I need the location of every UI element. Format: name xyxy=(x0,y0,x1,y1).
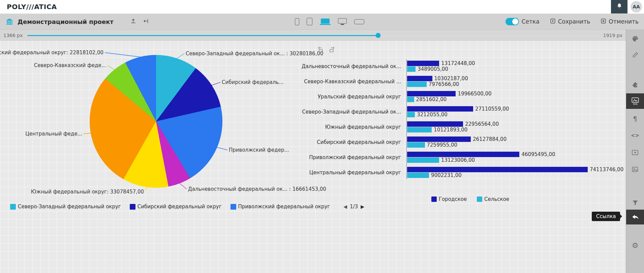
redo-widget-icon[interactable] xyxy=(329,46,335,53)
widescreen-icon xyxy=(354,19,364,24)
avatar[interactable]: AA xyxy=(631,1,642,12)
bar-widget-controls xyxy=(317,46,335,53)
bar-category-label: Уральский федеральный округ xyxy=(293,94,404,100)
bar-category-label: Северо-Кавказский федеральный ... xyxy=(293,79,404,85)
upload-icon xyxy=(130,18,136,25)
paragraph-icon[interactable]: ¶ xyxy=(626,113,644,124)
monitor-icon xyxy=(338,18,347,25)
undo-widget-icon[interactable] xyxy=(317,46,324,53)
bar-segment[interactable] xyxy=(407,106,473,112)
svg-text:SVG: SVG xyxy=(633,103,638,105)
phone-icon xyxy=(295,18,299,25)
grid-toggle[interactable] xyxy=(505,18,519,25)
bar-segment[interactable] xyxy=(407,173,429,178)
image-icon[interactable] xyxy=(626,163,644,175)
ruler-icon[interactable] xyxy=(626,49,644,61)
bar-segment[interactable] xyxy=(407,142,425,148)
cancel-button-label: Отменить xyxy=(609,18,639,25)
bar-row: Центральный федеральный округ74113746,00… xyxy=(293,165,609,180)
bar-pair: 13172448,003489005,00 xyxy=(404,60,606,72)
pie-legend-item[interactable]: Сибирский федеральный округ xyxy=(130,204,222,210)
topbar-right: AA xyxy=(611,0,644,13)
link-tooltip: Ссылка xyxy=(592,212,620,221)
bar-segment[interactable] xyxy=(407,66,416,72)
code-icon[interactable]: <> xyxy=(626,130,644,141)
project-title: Демонстрационный проект xyxy=(18,18,114,25)
bar-legend: Городское Сельское xyxy=(431,196,509,202)
bar-category-label: Приволжский федеральный округ xyxy=(293,154,404,160)
width-slider-row: 1366 px 1919 px xyxy=(0,29,626,41)
pie-legend-item[interactable]: Приволжский федеральный округ xyxy=(231,204,330,210)
bar-segment[interactable] xyxy=(407,136,471,142)
dashboard-canvas[interactable]: Северо-Западный федеральный ок... : 3028… xyxy=(0,41,626,273)
bar-chart[interactable]: Дальневосточный федеральный ок...1317244… xyxy=(293,59,609,180)
device-preview-switcher xyxy=(295,17,364,27)
bar-segment[interactable] xyxy=(407,76,432,81)
bar-value-label: 13123006,00 xyxy=(441,157,475,163)
bar-segment[interactable] xyxy=(407,121,463,127)
legend-label: Сибирский федеральный округ xyxy=(137,204,222,210)
bar-category-label: Южный федеральный округ xyxy=(293,124,404,130)
collapse-left-button[interactable] xyxy=(141,17,151,27)
device-desktop-button[interactable] xyxy=(338,17,347,27)
bar-segment[interactable] xyxy=(407,112,415,117)
cancel-button[interactable]: Отменить xyxy=(600,18,639,26)
legend-swatch xyxy=(130,204,135,210)
bar-legend-item-rural[interactable]: Сельское xyxy=(477,196,509,202)
bar-pair: 46095495,0013123006,00 xyxy=(404,151,606,163)
settings-icon[interactable]: ⚙ xyxy=(626,240,644,251)
laptop-icon xyxy=(320,19,331,25)
bar-segment[interactable] xyxy=(407,97,414,102)
pie-callout-label: Северо-Западный федеральный ок... : 3028… xyxy=(186,51,324,57)
puzzle-icon[interactable] xyxy=(626,79,644,91)
bar-segment[interactable] xyxy=(407,127,432,132)
bar-pair: 74113746,009002231,00 xyxy=(404,166,606,178)
app-logo: POLY///ATICA xyxy=(7,3,57,11)
lower-region: 1366 px 1919 px Северо-Западный федераль… xyxy=(0,29,644,273)
legend-label: Городское xyxy=(439,196,467,202)
upload-button[interactable] xyxy=(128,17,139,27)
bar-segment[interactable] xyxy=(407,91,456,96)
bar-segment[interactable] xyxy=(407,167,588,172)
bar-value-label: 2851602,00 xyxy=(416,96,447,102)
bar-row: Сибирский федеральный округ26127884,0072… xyxy=(293,134,609,150)
bar-category-label: Дальневосточный федеральный ок... xyxy=(293,63,404,69)
bar-row: Северо-Западный федеральный ок...2711055… xyxy=(293,104,609,119)
save-button[interactable]: Сохранить xyxy=(550,18,590,26)
bar-value-label: 27110559,00 xyxy=(475,106,509,112)
bar-segment[interactable] xyxy=(407,61,439,66)
pie-callout-label: Южный федеральный округ: 33078457,00 xyxy=(31,189,144,195)
bar-value-label: 26127884,00 xyxy=(473,136,507,142)
width-slider-track[interactable] xyxy=(27,35,598,36)
callout-line xyxy=(217,147,227,150)
bar-pair: 19966500,002851602,00 xyxy=(404,91,606,102)
pie-legend-item[interactable]: Северо-Западный федеральный округ xyxy=(10,204,121,210)
device-widescreen-button[interactable] xyxy=(354,17,364,27)
svg-icon[interactable]: SVG xyxy=(626,93,644,109)
grid-toggle-label: Сетка xyxy=(522,18,540,25)
bar-legend-item-urban[interactable]: Городское xyxy=(431,196,467,202)
device-laptop-button[interactable] xyxy=(320,17,331,27)
bar-value-label: 10302187,00 xyxy=(434,75,468,82)
bar-pair: 10302187,007976566,00 xyxy=(404,75,606,87)
palette-icon[interactable] xyxy=(626,33,644,44)
width-slider-knob[interactable] xyxy=(375,33,380,38)
bar-axis-line xyxy=(406,59,407,179)
pie-chart[interactable] xyxy=(90,55,222,188)
link-icon[interactable] xyxy=(626,210,644,224)
device-phone-button[interactable] xyxy=(295,17,299,27)
cancel-icon xyxy=(600,18,607,26)
bar-segment[interactable] xyxy=(407,152,519,157)
video-icon[interactable] xyxy=(626,147,644,158)
legend-label: Сельское xyxy=(484,196,509,202)
bar-segment[interactable] xyxy=(407,157,439,163)
device-tablet-button[interactable] xyxy=(307,17,312,27)
bar-segment[interactable] xyxy=(407,82,427,87)
filter-icon[interactable] xyxy=(626,197,644,209)
legend-prev-page-icon[interactable]: ◀ xyxy=(343,204,347,209)
legend-next-page-icon[interactable]: ▶ xyxy=(361,204,364,209)
notifications-button[interactable] xyxy=(611,0,627,13)
bar-value-label: 13172448,00 xyxy=(441,60,475,66)
save-button-label: Сохранить xyxy=(558,18,590,25)
bar-row: Южный федеральный округ22956564,00101218… xyxy=(293,119,609,134)
